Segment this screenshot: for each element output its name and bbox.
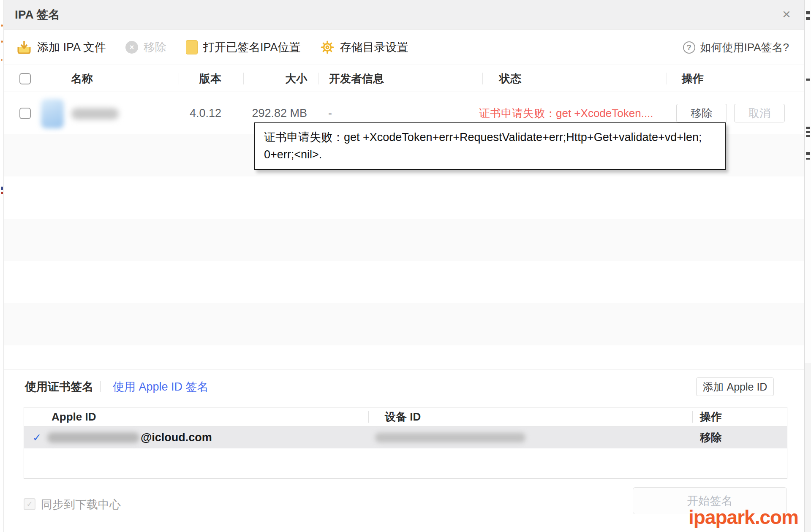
row-checkbox[interactable] — [19, 108, 31, 119]
background-fragment — [806, 11, 810, 14]
open-signed-location-button[interactable]: 打开已签名IPA位置 — [186, 40, 301, 55]
apple-id-email-blurred — [47, 432, 139, 443]
column-action: 操作 — [700, 407, 722, 426]
background-fragment — [806, 127, 810, 129]
background-fragment — [806, 135, 810, 137]
storage-settings-button[interactable]: 存储目录设置 — [320, 40, 408, 55]
row-remove-button[interactable]: 移除 — [676, 104, 727, 122]
storage-settings-label: 存储目录设置 — [340, 40, 408, 55]
device-id-blurred — [375, 433, 525, 442]
app-icon-blurred — [41, 99, 64, 128]
dialog-titlebar: IPA 签名 × — [4, 0, 804, 30]
column-size: 大小 — [243, 65, 307, 92]
empty-row-stripe — [4, 219, 804, 261]
sync-download-checkbox[interactable]: ✓ — [24, 498, 35, 510]
background-dot — [1, 59, 3, 61]
apple-id-email-suffix: @icloud.com — [141, 426, 212, 448]
remove-button[interactable]: × 移除 — [125, 40, 166, 55]
ipa-sign-dialog: IPA 签名 × 添加 IPA 文件 × 移除 打开已签名IPA位置 — [3, 0, 805, 532]
background-left-sliver — [0, 0, 3, 532]
gear-icon — [320, 40, 335, 54]
apple-id-row-selected[interactable]: ✓ @icloud.com 移除 — [24, 426, 787, 448]
column-separator — [667, 73, 667, 84]
tab-divider — [100, 381, 101, 392]
column-separator — [318, 73, 318, 84]
column-status: 状态 — [499, 65, 521, 92]
column-device-id: 设备 ID — [385, 407, 421, 426]
apple-id-table: Apple ID 设备 ID 操作 ✓ @icloud.com 移除 — [24, 407, 787, 479]
watermark-text: ipapark.com — [689, 506, 798, 529]
background-band — [805, 363, 811, 532]
apple-id-table-header: Apple ID 设备 ID 操作 — [24, 407, 787, 426]
column-name: 名称 — [71, 65, 93, 92]
download-tray-icon — [16, 40, 32, 55]
dialog-title: IPA 签名 — [15, 0, 60, 30]
column-separator — [692, 411, 693, 423]
panel-divider — [4, 369, 804, 369]
check-icon: ✓ — [33, 426, 41, 448]
background-dot — [1, 41, 3, 43]
question-circle-icon: ? — [683, 41, 695, 54]
background-fragment — [806, 17, 810, 20]
add-apple-id-button[interactable]: 添加 Apple ID — [696, 377, 774, 396]
background-fragment — [806, 79, 810, 81]
add-ipa-label: 添加 IPA 文件 — [37, 40, 106, 55]
column-separator — [482, 73, 483, 84]
select-all-checkbox[interactable] — [19, 73, 31, 84]
column-developer: 开发者信息 — [329, 65, 384, 92]
background-fragment — [806, 131, 810, 133]
background-fragment — [806, 152, 810, 155]
folder-icon — [186, 40, 198, 54]
tooltip-line1: 证书申请失败：get +XcodeToken+err+RequestValida… — [264, 129, 716, 146]
background-dot — [1, 24, 3, 27]
close-icon[interactable]: × — [777, 0, 796, 30]
add-ipa-button[interactable]: 添加 IPA 文件 — [16, 40, 106, 55]
remove-label: 移除 — [144, 40, 166, 55]
help-label: 如何使用IPA签名? — [700, 40, 789, 55]
column-version: 版本 — [174, 65, 221, 92]
column-apple-id: Apple ID — [52, 407, 96, 426]
app-name-blurred — [71, 108, 119, 119]
row-version: 4.0.12 — [174, 92, 221, 134]
open-location-label: 打开已签名IPA位置 — [203, 40, 301, 55]
tab-apple-id-sign[interactable]: 使用 Apple ID 签名 — [113, 377, 209, 396]
error-tooltip: 证书申请失败：get +XcodeToken+err+RequestValida… — [254, 122, 726, 170]
tooltip-line2: 0+err;<nil>. — [264, 146, 716, 163]
help-link[interactable]: ? 如何使用IPA签名? — [683, 30, 789, 65]
file-table-header: 名称 版本 大小 开发者信息 状态 操作 — [4, 65, 804, 92]
background-fragment — [1, 187, 3, 190]
column-separator — [368, 411, 369, 423]
tab-certificate-sign[interactable]: 使用证书签名 — [25, 377, 93, 396]
sync-download-label: 同步到下载中心 — [41, 499, 121, 510]
apple-id-remove-link[interactable]: 移除 — [700, 426, 722, 448]
background-fragment — [806, 158, 810, 160]
remove-circle-icon: × — [125, 41, 138, 54]
background-right-sliver — [805, 0, 811, 532]
row-cancel-button[interactable]: 取消 — [734, 104, 785, 122]
background-fragment — [1, 192, 3, 194]
column-action: 操作 — [682, 65, 704, 92]
empty-row-stripe — [4, 303, 804, 345]
